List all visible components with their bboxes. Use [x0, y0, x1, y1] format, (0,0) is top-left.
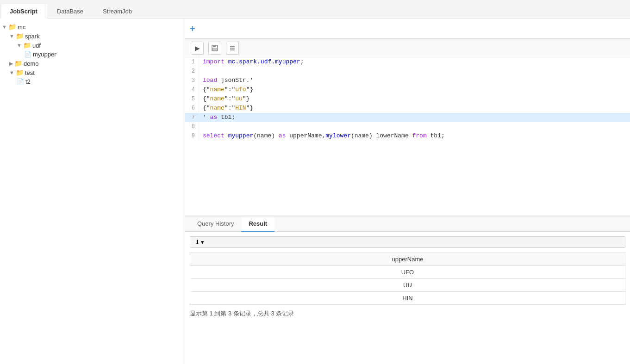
- table-row: UU: [190, 279, 625, 292]
- line-content: ' as tb1;: [203, 113, 235, 122]
- expand-icon-demo: ▶: [9, 61, 13, 67]
- code-line-6: 6{"name":"HIN"}: [185, 104, 630, 113]
- tab-database[interactable]: DataBase: [47, 4, 93, 19]
- folder-icon-spark: 📁: [16, 32, 24, 40]
- tab-streamjob[interactable]: StreamJob: [93, 4, 142, 19]
- collapse-icon-test: ▼: [9, 70, 14, 75]
- tree-item-mc[interactable]: ▼ 📁 mc: [0, 22, 185, 31]
- collapse-icon: ▼: [2, 24, 7, 30]
- table-cell: UFO: [190, 266, 625, 279]
- line-number: 3: [185, 76, 199, 85]
- run-button[interactable]: ▶: [191, 42, 204, 55]
- folder-icon-demo: 📁: [14, 60, 22, 67]
- tree-item-myupper[interactable]: 📄 myupper: [0, 50, 185, 59]
- tree-item-udf[interactable]: ▼ 📁 udf: [0, 41, 185, 50]
- line-number: 8: [185, 122, 199, 131]
- code-editor[interactable]: 1import mc.spark.udf.myupper;23load json…: [185, 57, 630, 216]
- svg-rect-2: [212, 48, 217, 50]
- tree-label-udf: udf: [32, 42, 41, 49]
- tab-result[interactable]: Result: [241, 216, 274, 232]
- save-button[interactable]: [208, 42, 221, 55]
- tree-item-demo[interactable]: ▶ 📁 demo: [0, 59, 185, 68]
- code-line-5: 5{"name":"uu"}: [185, 94, 630, 104]
- dropdown-arrow-icon: ▾: [201, 239, 204, 246]
- file-icon-t2: 📄: [17, 78, 24, 85]
- file-icon-myupper: 📄: [24, 51, 31, 58]
- code-line-1: 1import mc.spark.udf.myupper;: [185, 57, 630, 67]
- pagination-text: 显示第 1 到第 3 条记录，总共 3 条记录: [190, 309, 625, 318]
- svg-rect-1: [213, 45, 216, 47]
- line-number: 1: [185, 57, 199, 67]
- tree-label-mc: mc: [18, 24, 25, 31]
- add-tab-bar: +: [185, 19, 630, 39]
- toolbar: ▶: [185, 39, 630, 57]
- line-content: {"name":"uu"}: [203, 94, 250, 104]
- tree-item-t2[interactable]: 📄 t2: [0, 77, 185, 86]
- col-header-uppername: upperName: [190, 253, 625, 266]
- code-line-9: 9select myupper(name) as upperName,mylow…: [185, 131, 630, 141]
- line-number: 9: [185, 131, 199, 141]
- tree-label-test: test: [25, 69, 35, 76]
- line-content: select myupper(name) as upperName,mylowe…: [203, 131, 445, 141]
- line-content: {"name":"HIN"}: [203, 104, 253, 113]
- tree-label-myupper: myupper: [33, 51, 56, 58]
- tab-query-history[interactable]: Query History: [190, 216, 241, 232]
- code-line-4: 4{"name":"ufo"}: [185, 85, 630, 94]
- line-number: 2: [185, 67, 199, 76]
- line-number: 6: [185, 104, 199, 113]
- code-line-3: 3load jsonStr.': [185, 76, 630, 85]
- table-row: HIN: [190, 292, 625, 305]
- code-line-8: 8: [185, 122, 630, 131]
- tree-label-demo: demo: [24, 60, 39, 67]
- line-number: 7: [185, 113, 199, 122]
- bottom-tab-bar: Query History Result: [185, 216, 630, 232]
- result-content: ⬇ ▾ upperName UFOUUHIN 显示第 1 到第 3 条记录，总共…: [185, 232, 630, 364]
- collapse-icon-udf: ▼: [17, 43, 22, 48]
- download-button[interactable]: ⬇ ▾: [190, 236, 625, 248]
- folder-icon-udf: 📁: [23, 42, 31, 49]
- download-icon: ⬇: [195, 239, 200, 246]
- top-tab-bar: JobScript DataBase StreamJob: [0, 0, 630, 19]
- tree-label-t2: t2: [25, 78, 31, 85]
- add-script-button[interactable]: +: [190, 24, 195, 33]
- bottom-panel: Query History Result ⬇ ▾ upperName UFOUU…: [185, 216, 630, 364]
- table-cell: HIN: [190, 292, 625, 305]
- line-number: 4: [185, 85, 199, 94]
- tree-item-spark[interactable]: ▼ 📁 spark: [0, 31, 185, 41]
- table-cell: UU: [190, 279, 625, 292]
- folder-icon-test: 📁: [16, 69, 24, 76]
- right-panel: + ▶ 1import mc.spark.udf.myu: [185, 19, 630, 364]
- line-content: import mc.spark.udf.myupper;: [203, 57, 304, 67]
- folder-icon-mc: 📁: [8, 23, 16, 31]
- tree-item-test[interactable]: ▼ 📁 test: [0, 68, 185, 77]
- format-button[interactable]: [226, 42, 239, 55]
- collapse-icon-spark: ▼: [9, 33, 14, 39]
- code-line-7: 7' as tb1;: [185, 113, 630, 122]
- code-line-2: 2: [185, 67, 630, 76]
- tab-jobscript[interactable]: JobScript: [0, 4, 47, 19]
- main-layout: ▼ 📁 mc ▼ 📁 spark ▼ 📁 udf 📄 myupper ▶ 📁 d…: [0, 19, 630, 364]
- line-content: {"name":"ufo"}: [203, 85, 253, 94]
- result-table: upperName UFOUUHIN: [190, 253, 625, 305]
- sidebar: ▼ 📁 mc ▼ 📁 spark ▼ 📁 udf 📄 myupper ▶ 📁 d…: [0, 19, 185, 364]
- line-number: 5: [185, 94, 199, 104]
- table-row: UFO: [190, 266, 625, 279]
- tree-label-spark: spark: [25, 33, 40, 40]
- line-content: load jsonStr.': [203, 76, 253, 85]
